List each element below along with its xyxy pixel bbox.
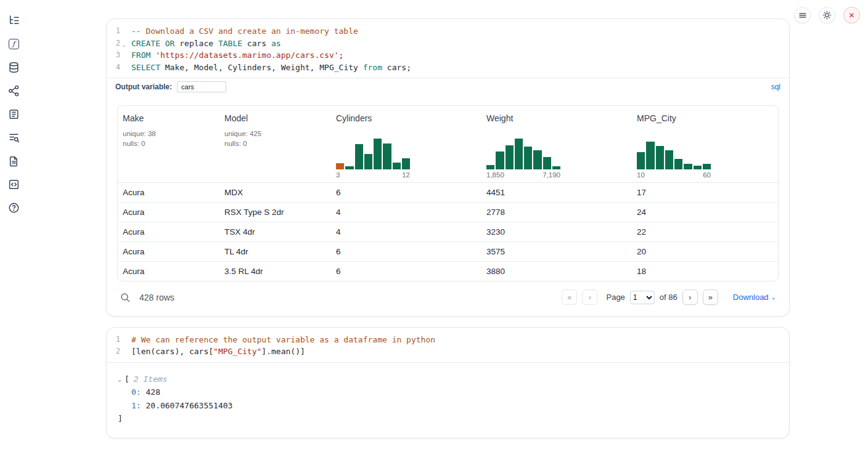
search-button[interactable] <box>120 292 131 303</box>
variables-icon[interactable]: ƒ <box>7 37 20 51</box>
histogram-bar <box>552 166 560 169</box>
histogram-bar <box>656 146 664 169</box>
table-footer: 428 rows « ‹ Page 1 of 86 › » Download⌄ <box>117 288 779 307</box>
table-row: Acura 3.5 RL 4dr 6 3880 18 <box>118 261 778 281</box>
histogram-bar <box>496 152 504 169</box>
download-button[interactable]: Download⌄ <box>733 293 776 302</box>
open-bracket: [ <box>125 373 129 386</box>
snippets-icon[interactable] <box>7 177 20 191</box>
cell-value: 6 <box>336 188 341 197</box>
cell-value: 18 <box>637 267 646 276</box>
hamburger-icon <box>798 11 807 20</box>
notebook: 1 -- Download a CSV and create an in-mem… <box>106 18 790 439</box>
page-select[interactable]: 1 <box>630 291 655 304</box>
gear-icon <box>822 10 832 20</box>
fold-chevron-icon[interactable]: ⌄ <box>122 39 125 51</box>
histogram-bar <box>533 150 541 169</box>
line-number: 1 <box>116 26 120 35</box>
cell-value: 17 <box>637 188 646 197</box>
item-value: 428 <box>145 387 160 397</box>
list-item: 1: 20.060747663551403 <box>118 399 777 413</box>
hist-max-label: 60 <box>703 171 711 179</box>
last-page-button[interactable]: » <box>703 289 718 305</box>
cell-value: Acura <box>123 188 144 197</box>
histogram-bar <box>703 164 711 169</box>
last-page-icon: » <box>708 293 713 302</box>
collapse-chevron-icon[interactable]: ⌄ <box>118 373 121 386</box>
notebook-actions: ✕ <box>794 7 860 23</box>
table-row: Acura TSX 4dr 4 3230 22 <box>118 222 778 241</box>
prev-page-icon: ‹ <box>589 293 591 302</box>
scratchpad-icon[interactable] <box>7 107 20 121</box>
next-page-button[interactable]: › <box>682 289 698 305</box>
code-editor[interactable]: 1 # We can reference the output variable… <box>107 328 789 362</box>
output-variable-input[interactable] <box>177 81 226 92</box>
line-number: 2 <box>116 347 120 355</box>
histogram-bar <box>674 159 682 169</box>
first-page-button[interactable]: « <box>562 289 577 305</box>
histogram-bar <box>355 144 363 169</box>
weight-histogram[interactable]: 1,8507,190 <box>486 137 560 179</box>
cell-value: Acura <box>123 227 144 237</box>
sql-cell: 1 -- Download a CSV and create an in-mem… <box>106 18 790 317</box>
code-line: 4 SELECT Make, Model, Cylinders, Weight,… <box>107 62 779 74</box>
cell-value: Acura <box>123 267 144 276</box>
code-line: 1 # We can reference the output variable… <box>107 334 779 346</box>
items-count: 2 Items <box>134 373 168 386</box>
column-label: Model <box>224 113 326 123</box>
row-count: 428 rows <box>139 293 174 302</box>
cylinders-histogram[interactable]: 312 <box>336 137 410 179</box>
search-icon <box>120 292 131 303</box>
table-row: Acura RSX Type S 2dr 4 2778 24 <box>118 202 778 222</box>
cell-value: 6 <box>336 267 341 276</box>
cell-value: 6 <box>336 247 341 256</box>
line-number: 1 <box>116 335 120 344</box>
settings-button[interactable] <box>819 7 835 23</box>
dependency-graph-icon[interactable] <box>7 84 20 97</box>
close-button[interactable]: ✕ <box>843 7 860 23</box>
histogram-bar <box>336 163 344 169</box>
data-sources-icon[interactable] <box>7 60 20 74</box>
column-header-model[interactable]: Model unique: 425 nulls: 0 <box>219 106 331 182</box>
chevron-down-icon: ⌄ <box>771 294 776 301</box>
histogram-bar <box>506 145 514 169</box>
column-header-make[interactable]: Make unique: 38 nulls: 0 <box>118 106 219 182</box>
code-token: -- Download a CSV and create an in-memor… <box>131 26 358 36</box>
column-header-weight[interactable]: Weight 1,8507,190 <box>481 106 632 182</box>
menu-button[interactable] <box>794 7 811 23</box>
python-cell: 1 # We can reference the output variable… <box>106 327 790 439</box>
logs-icon[interactable] <box>7 131 20 144</box>
python-cell-output: ⌄ [ 2 Items 0: 428 1: 20.060747663551403… <box>107 362 789 438</box>
page-total-label: of 86 <box>660 293 678 302</box>
histogram-bar <box>402 158 410 169</box>
item-index: 1: <box>131 401 141 410</box>
item-value: 20.060747663551403 <box>145 401 232 410</box>
language-badge[interactable]: sql <box>771 83 780 91</box>
column-header-mpg-city[interactable]: MPG_City 1060 <box>632 106 778 182</box>
cell-value: RSX Type S 2dr <box>224 208 284 217</box>
histogram-bar <box>393 163 401 169</box>
histogram-bar <box>515 139 523 169</box>
histogram-bar <box>694 166 702 169</box>
prev-page-button[interactable]: ‹ <box>582 289 597 305</box>
cell-value: 3880 <box>486 267 505 276</box>
data-table: Make unique: 38 nulls: 0 Model <box>117 105 779 281</box>
code-token: # We can reference the output variable a… <box>131 335 435 344</box>
code-editor[interactable]: 1 -- Download a CSV and create an in-mem… <box>107 19 789 78</box>
documentation-icon[interactable] <box>7 154 20 168</box>
histogram-bar <box>543 157 551 169</box>
code-line: 3 FROM 'https://datasets.marimo.app/cars… <box>107 49 779 62</box>
next-page-icon: › <box>689 293 691 302</box>
histogram-bar <box>364 154 372 169</box>
cell-value: 3230 <box>486 227 505 237</box>
help-icon[interactable] <box>7 201 20 214</box>
column-label: Cylinders <box>336 113 477 123</box>
column-label: Weight <box>486 113 627 123</box>
mpg-city-histogram[interactable]: 1060 <box>637 137 711 179</box>
column-header-cylinders[interactable]: Cylinders 312 <box>331 106 481 182</box>
histogram-bar <box>665 150 673 169</box>
code-line: 2 [len(cars), cars["MPG_City"].mean()] <box>107 346 779 358</box>
hist-min-label: 10 <box>637 171 645 179</box>
file-explorer-icon[interactable] <box>7 14 20 27</box>
line-number: 2 <box>116 39 120 47</box>
